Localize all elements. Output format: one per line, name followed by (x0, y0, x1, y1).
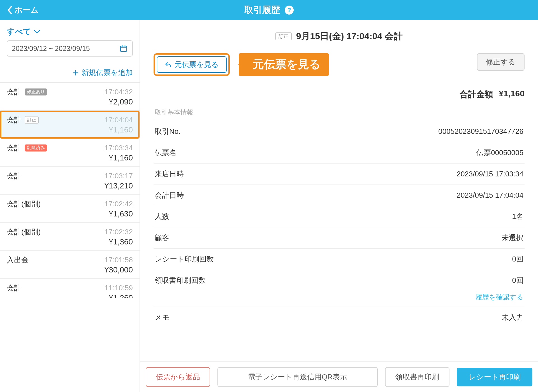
info-value: 0回 (512, 254, 523, 264)
back-home-button[interactable]: ホーム (0, 5, 39, 15)
transaction-item[interactable]: 会計(個別) 17:02:32 ¥1,360 (0, 223, 140, 251)
callout-text: 元伝票を見る (253, 58, 321, 70)
memo-value: 未入力 (502, 312, 523, 322)
info-key: レシート印刷回数 (155, 254, 214, 264)
transaction-time: 17:04:04 (105, 116, 133, 124)
info-row: 人数1名 (154, 206, 525, 227)
transaction-kind-text: 入出金 (7, 255, 29, 265)
transaction-kind: 会計(個別) (7, 227, 41, 237)
transaction-item[interactable]: 会計(個別) 17:02:42 ¥1,630 (0, 195, 140, 223)
chevron-down-icon (34, 30, 40, 34)
total-amount-line: 合計金額 ¥1,160 (154, 89, 525, 100)
detail-panel: 訂正 9月15日(金) 17:04:04 会計 元伝票を見る 元伝票を見る 修正 (140, 20, 538, 392)
info-row: 伝票名伝票00050005 (154, 142, 525, 163)
info-value: 未選択 (502, 233, 523, 243)
info-row-memo: メモ 未入力 (154, 307, 525, 328)
receipt-reprint-button[interactable]: 領収書再印刷 (385, 367, 449, 387)
transaction-kind-text: 会計 (7, 115, 21, 125)
transaction-amount: ¥1,360 (7, 237, 133, 246)
transaction-amount: ¥1,260 (7, 293, 133, 298)
page-title: 取引履歴 (244, 4, 280, 16)
info-value: 伝票00050005 (476, 148, 523, 158)
transaction-kind: 会計修正あり (7, 87, 47, 97)
transaction-item[interactable]: 会計修正あり 17:04:32 ¥2,090 (0, 83, 140, 111)
memo-key: メモ (155, 312, 170, 322)
info-row: 会計日時2023/09/15 17:04:04 (154, 185, 525, 206)
edit-button[interactable]: 修正する (477, 53, 525, 71)
transaction-time: 11:10:59 (105, 284, 133, 292)
transaction-tag: 訂正 (25, 116, 39, 124)
transaction-kind: 会計訂正 (7, 115, 39, 125)
transaction-time: 17:03:17 (105, 172, 133, 180)
transaction-kind-text: 会計 (7, 283, 21, 293)
transaction-kind-text: 会計(個別) (7, 227, 41, 237)
return-from-slip-button[interactable]: 伝票から返品 (146, 367, 210, 387)
info-value: 2023/09/15 17:03:34 (456, 170, 523, 178)
transaction-tag: 修正あり (25, 88, 47, 95)
add-slip-button[interactable]: 新規伝票を追加 (0, 63, 140, 82)
info-value: 2023/09/15 17:04:04 (456, 191, 523, 200)
info-rows: 取引No.000520230915170347726伝票名伝票00050005来… (154, 121, 525, 291)
transaction-amount: ¥2,090 (7, 97, 133, 106)
transaction-time: 17:02:42 (105, 200, 133, 208)
correction-tag: 訂正 (275, 32, 292, 40)
transaction-amount: ¥1,160 (7, 153, 133, 162)
info-row: 領収書印刷回数0回 (154, 270, 525, 291)
history-link-row: 履歴を確認する (154, 291, 525, 302)
transaction-amount: ¥13,210 (7, 181, 133, 190)
transaction-tag: 削除済み (25, 144, 47, 151)
action-row-left: 元伝票を見る 元伝票を見る (154, 53, 329, 76)
transaction-item[interactable]: 会計 11:10:59 ¥1,260 (0, 279, 140, 302)
transaction-item[interactable]: 会計 17:03:17 ¥13,210 (0, 167, 140, 195)
transaction-item[interactable]: 会計訂正 17:04:04 ¥1,160 (0, 111, 140, 139)
add-slip-label: 新規伝票を追加 (82, 68, 133, 78)
transaction-kind: 会計削除済み (7, 143, 47, 153)
transaction-amount: ¥30,000 (7, 265, 133, 274)
info-key: 会計日時 (155, 190, 184, 200)
transaction-kind: 会計 (7, 283, 21, 293)
filter-dropdown[interactable]: すべて (7, 26, 40, 37)
total-label: 合計金額 (460, 89, 493, 100)
detail-heading-text: 9月15日(金) 17:04:04 会計 (296, 30, 403, 43)
transaction-kind: 会計 (7, 171, 21, 181)
total-value: ¥1,160 (499, 89, 525, 100)
transaction-amount: ¥1,630 (7, 209, 133, 218)
view-original-button[interactable]: 元伝票を見る (157, 56, 227, 73)
help-icon[interactable]: ? (285, 6, 294, 15)
history-check-link[interactable]: 履歴を確認する (476, 293, 523, 301)
ereceipt-qr-button[interactable]: 電子レシート再送信用QR表示 (217, 367, 378, 387)
transaction-kind-text: 会計 (7, 87, 21, 97)
section-title: 取引基本情報 (154, 108, 525, 121)
footer-actions: 伝票から返品 電子レシート再送信用QR表示 領収書再印刷 レシート再印刷 (140, 361, 538, 392)
detail-heading: 訂正 9月15日(金) 17:04:04 会計 (154, 30, 525, 43)
page-title-wrap: 取引履歴 ? (244, 4, 294, 16)
back-home-label: ホーム (15, 5, 39, 15)
sidebar: すべて 2023/09/12 ~ 2023/09/15 新規伝票を追加 会計修正… (0, 20, 140, 392)
info-row: 来店日時2023/09/15 17:03:34 (154, 163, 525, 185)
transaction-list: 会計修正あり 17:04:32 ¥2,090 会計訂正 17:04:04 ¥1,… (0, 83, 140, 302)
info-key: 伝票名 (155, 148, 177, 158)
slip-reprint-button[interactable]: レシート再印刷 (457, 368, 532, 386)
transaction-time: 17:03:34 (105, 144, 133, 152)
svg-rect-0 (120, 46, 127, 52)
chevron-left-icon (7, 6, 12, 14)
transaction-item[interactable]: 入出金 17:01:58 ¥30,000 (0, 251, 140, 279)
info-key: 来店日時 (155, 169, 184, 179)
transaction-kind: 会計(個別) (7, 199, 41, 209)
transaction-kind-text: 会計 (7, 143, 21, 153)
transaction-kind-text: 会計(個別) (7, 199, 41, 209)
callout-tooltip: 元伝票を見る (239, 53, 329, 76)
date-range-input[interactable]: 2023/09/12 ~ 2023/09/15 (7, 40, 133, 57)
info-value: 1名 (512, 212, 523, 221)
info-row: レシート印刷回数0回 (154, 248, 525, 270)
info-key: 領収書印刷回数 (155, 276, 206, 285)
info-key: 顧客 (155, 233, 169, 243)
info-key: 取引No. (155, 127, 180, 136)
action-row: 元伝票を見る 元伝票を見る 修正する (154, 53, 525, 76)
plus-icon (73, 70, 79, 76)
top-bar: ホーム 取引履歴 ? (0, 0, 538, 20)
transaction-amount: ¥1,160 (7, 125, 133, 134)
info-value: 000520230915170347726 (438, 127, 523, 136)
filter-label-text: すべて (7, 26, 31, 37)
transaction-item[interactable]: 会計削除済み 17:03:34 ¥1,160 (0, 139, 140, 167)
